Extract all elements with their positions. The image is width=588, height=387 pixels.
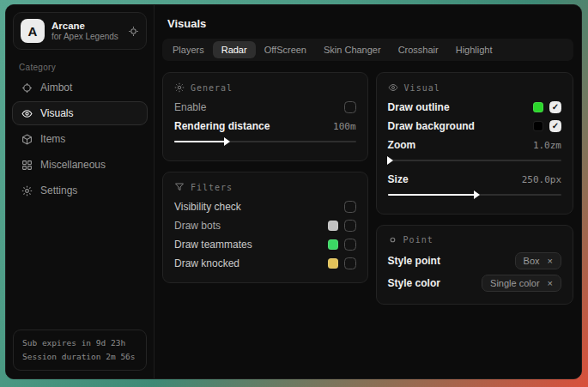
app-logo: A (21, 19, 45, 43)
sidebar-item-label: Settings (40, 184, 77, 197)
category-label: Category (19, 63, 154, 72)
visibility-check-checkbox[interactable] (344, 201, 356, 213)
general-title: General (191, 83, 233, 93)
slider-knob[interactable] (474, 190, 480, 199)
draw-knocked-label: Draw knocked (174, 257, 239, 269)
tab-radar[interactable]: Radar (213, 41, 256, 58)
point-dot-icon (388, 235, 397, 245)
zoom-label: Zoom (388, 139, 416, 151)
general-gear-icon (174, 82, 185, 93)
style-point-select[interactable]: Box × (515, 252, 561, 269)
sidebar-item-settings[interactable]: Settings (12, 178, 148, 203)
sidebar-item-items[interactable]: Items (12, 127, 148, 151)
draw-background-checkbox[interactable]: ✓ (549, 120, 561, 132)
size-value: 250.0px (522, 174, 561, 185)
draw-background-color-swatch[interactable] (533, 121, 543, 131)
eye-icon (388, 82, 398, 93)
zoom-row: Zoom 1.0zm (388, 136, 561, 154)
size-row: Size 250.0px (388, 170, 561, 189)
size-label: Size (388, 173, 409, 185)
sidebar-item-aimbot[interactable]: Aimbot (12, 76, 148, 100)
session-duration-text: Session duration 2m 56s (22, 350, 137, 364)
style-color-select[interactable]: Single color × (482, 275, 561, 292)
draw-bots-color-swatch[interactable] (328, 221, 338, 231)
sidebar: A Arcane for Apex Legends Category Aimbo… (6, 5, 155, 378)
enable-checkbox[interactable] (344, 101, 356, 113)
draw-bots-checkbox[interactable] (344, 220, 356, 232)
draw-teammates-checkbox[interactable] (344, 239, 356, 251)
tab-players[interactable]: Players (164, 41, 213, 58)
tab-offscreen[interactable]: OffScreen (256, 41, 315, 58)
slider-knob[interactable] (387, 156, 393, 165)
rendering-distance-row: Rendering distance 100m (174, 117, 356, 136)
gear-icon[interactable] (128, 26, 139, 37)
subscription-info: Sub expires in 9d 23h Session duration 2… (13, 330, 147, 371)
draw-knocked-color-swatch[interactable] (328, 258, 338, 269)
close-icon[interactable]: × (548, 278, 553, 288)
sidebar-item-miscellaneous[interactable]: Miscellaneous (12, 153, 148, 177)
grid-icon (21, 160, 33, 171)
draw-knocked-checkbox[interactable] (344, 257, 356, 269)
draw-teammates-label: Draw teammates (174, 239, 252, 251)
rendering-distance-slider[interactable] (174, 137, 356, 146)
visibility-check-label: Visibility check (174, 201, 241, 213)
sidebar-item-visuals[interactable]: Visuals (12, 101, 148, 125)
style-color-row: Style color Single color × (388, 272, 561, 294)
general-card: General Enable Rendering distance 100m (162, 72, 368, 161)
content-grid: General Enable Rendering distance 100m (162, 72, 573, 305)
sub-expires-text: Sub expires in 9d 23h (22, 336, 137, 350)
draw-background-label: Draw background (388, 120, 475, 132)
close-icon[interactable]: × (548, 256, 553, 266)
rendering-distance-label: Rendering distance (174, 120, 270, 132)
tab-highlight[interactable]: Highlight (447, 41, 501, 58)
draw-bots-label: Draw bots (174, 220, 221, 232)
draw-outline-label: Draw outline (388, 101, 450, 113)
zoom-slider[interactable] (388, 156, 561, 165)
draw-background-row: Draw background ✓ (388, 117, 561, 136)
draw-outline-checkbox[interactable]: ✓ (549, 101, 561, 113)
visibility-check-row: Visibility check (174, 197, 356, 216)
tab-crosshair[interactable]: Crosshair (390, 41, 447, 58)
filters-card: Filters Visibility check Draw bots (162, 172, 368, 283)
app-name: Arcane (52, 20, 121, 32)
slider-knob[interactable] (224, 137, 230, 146)
style-point-value: Box (524, 256, 540, 266)
filters-title: Filters (191, 183, 233, 192)
enable-label: Enable (174, 101, 206, 113)
draw-knocked-row: Draw knocked (174, 254, 356, 273)
rendering-distance-value: 100m (333, 121, 356, 132)
funnel-icon (174, 182, 185, 192)
cube-icon (21, 134, 33, 145)
draw-teammates-color-swatch[interactable] (328, 239, 338, 250)
style-point-label: Style point (388, 255, 440, 267)
sidebar-item-label: Aimbot (40, 82, 72, 94)
size-slider[interactable] (388, 190, 561, 199)
visual-title: Visual (404, 83, 440, 93)
style-color-label: Style color (388, 277, 440, 289)
sidebar-item-label: Miscellaneous (40, 159, 106, 171)
zoom-value: 1.0zm (533, 140, 561, 151)
draw-outline-row: Draw outline ✓ (388, 98, 561, 117)
crosshair-icon (21, 82, 33, 94)
settings-gear-icon (21, 185, 33, 197)
page-title: Visuals (167, 17, 581, 30)
sidebar-item-label: Visuals (40, 107, 73, 119)
point-title: Point (403, 235, 433, 245)
tab-bar: Players Radar OffScreen Skin Changer Cro… (162, 39, 573, 61)
draw-teammates-row: Draw teammates (174, 235, 356, 254)
app-subtitle: for Apex Legends (52, 32, 121, 43)
eye-icon (21, 108, 33, 119)
tab-skin-changer[interactable]: Skin Changer (315, 41, 390, 58)
style-color-value: Single color (490, 278, 539, 288)
style-point-row: Style point Box × (388, 250, 561, 272)
point-card: Point Style point Box × Style color Sing… (376, 225, 573, 305)
visual-card: Visual Draw outline ✓ Draw background (376, 72, 573, 215)
sidebar-nav: Aimbot Visuals Items Miscellaneous (12, 76, 148, 203)
enable-row: Enable (174, 98, 356, 117)
draw-bots-row: Draw bots (174, 216, 356, 235)
brand-card: A Arcane for Apex Legends (13, 12, 147, 50)
sidebar-item-label: Items (40, 133, 65, 145)
app-window: A Arcane for Apex Legends Category Aimbo… (5, 4, 582, 379)
main-panel: Visuals Players Radar OffScreen Skin Cha… (155, 5, 581, 378)
draw-outline-color-swatch[interactable] (533, 102, 543, 112)
